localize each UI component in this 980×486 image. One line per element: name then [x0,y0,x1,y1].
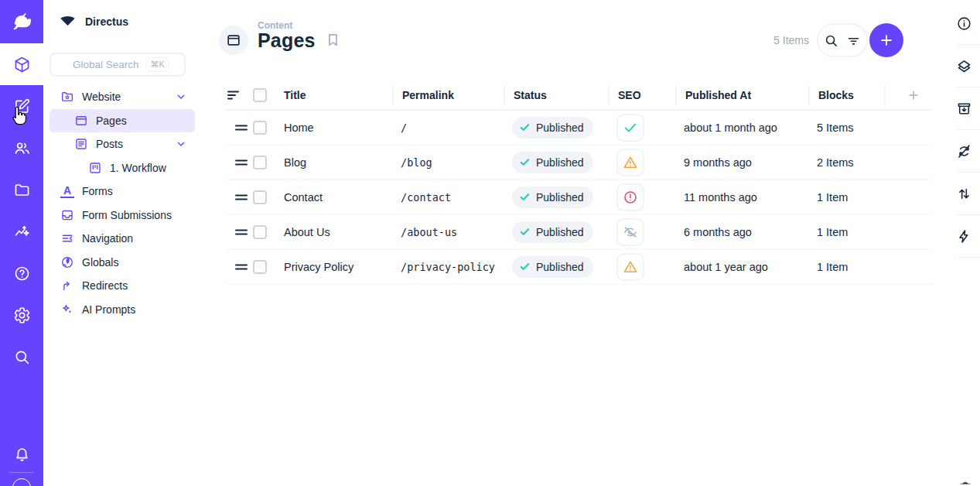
row-checkbox[interactable] [253,121,267,135]
cell-published-at: 11 months ago [675,191,808,204]
module-item-help[interactable] [0,252,43,294]
row-checkbox[interactable] [253,260,267,274]
sidebar-layers-button[interactable] [948,45,980,87]
seo-indicator [616,149,644,176]
directus-rabbit-icon [10,10,33,33]
keyboard-shortcut-badge: ⌘K [146,57,169,72]
bookmark-icon [325,32,341,48]
global-search-placeholder: Global Search [73,59,139,70]
seo-indicator [616,218,644,246]
seo-indicator [616,253,644,281]
sidebar-archive-button[interactable] [948,87,980,130]
check-icon [519,191,531,203]
select-all-checkbox[interactable] [253,88,267,102]
check-icon [519,122,531,133]
add-item-button[interactable] [869,23,903,57]
cell-published-at: 9 months ago [675,156,808,169]
table-row[interactable]: Blog /blog Published 9 months ago 2 Item… [227,145,932,180]
row-checkbox[interactable] [253,225,267,239]
cell-blocks: 1 Item [808,191,884,204]
main-content: Content Pages 5 Items [201,0,948,486]
avatar[interactable] [12,478,31,486]
sidebar-sync-disabled-button[interactable] [948,130,980,173]
sidebar-item-navigation[interactable]: Navigation [50,227,195,251]
module-bar [0,0,43,486]
info-icon [956,15,972,32]
sidebar-item-ai-prompts[interactable]: AI Prompts [50,298,195,322]
sidebar-item-pages[interactable]: Pages [50,109,195,133]
sidebar-info-button[interactable] [948,2,980,45]
page-title: Pages [258,29,316,52]
bolt-icon [956,228,972,245]
status-badge: Published [512,256,593,278]
select-all-cell [253,86,275,104]
module-bar-divider [9,472,34,473]
module-item-box[interactable] [0,43,43,85]
column-header-blocks[interactable]: Blocks [808,86,884,104]
cell-published-at: about 1 month ago [675,122,808,134]
column-header-status[interactable]: Status [504,86,608,104]
column-header-seo[interactable]: SEO [608,86,675,104]
sidebar-item-form-submissions[interactable]: Form Submissions [50,204,195,228]
project-header[interactable]: Directus [43,0,201,29]
seo-warning-icon [623,259,638,275]
sidebar-item-forms[interactable]: A Forms [50,180,195,204]
search-icon[interactable] [824,33,838,48]
sidebar-item-workflow[interactable]: 1. Workflow [50,156,195,180]
sidebar-swap-vertical-button[interactable] [948,173,980,215]
module-item-settings[interactable] [0,294,43,336]
global-search-input[interactable]: Global Search ⌘K [50,53,186,77]
sidebar-flows-button[interactable] [948,215,980,258]
table-row[interactable]: About Us /about-us Published 6 months ag… [227,215,932,250]
table-row[interactable]: Contact /contact Published 11 months ago… [227,180,932,215]
folder-star-icon [60,90,74,104]
bell-icon [13,446,31,464]
sidebar-item-label: Navigation [82,232,133,245]
right-sidebar [948,0,980,486]
drag-handle-icon[interactable] [227,158,253,167]
chevron-down-icon[interactable] [175,138,187,150]
check-icon [519,261,531,272]
folder-icon [13,181,31,199]
drag-handle-icon[interactable] [227,262,253,272]
manual-sort-toggle[interactable] [227,86,253,104]
sidebar-item-website[interactable]: Website [50,85,195,109]
table-row[interactable]: Privacy Policy /privacy-policy Published… [227,250,932,285]
module-item-files[interactable] [0,169,43,210]
chevron-down-icon[interactable] [175,91,187,103]
cell-permalink: /about-us [392,226,504,238]
cell-title: Contact [275,191,392,204]
drag-handle-icon[interactable] [227,193,253,202]
list-indent-arrow-icon [60,231,74,245]
table-row[interactable]: Home / Published about 1 month ago 5 Ite… [227,111,932,145]
module-item-search[interactable] [0,336,43,378]
add-column-button[interactable] [884,86,932,104]
filter-icon[interactable] [846,33,861,48]
cell-blocks: 5 Items [808,122,884,134]
sidebar-item-label: Form Submissions [82,209,172,221]
notifications-button[interactable] [0,436,43,472]
status-badge: Published [512,117,593,139]
seo-indicator [616,114,644,142]
bookmark-button[interactable] [325,32,341,51]
module-item-users[interactable] [0,127,43,169]
directus-logo-button[interactable] [0,0,43,43]
column-header-title[interactable]: Title [275,86,392,104]
row-checkbox[interactable] [253,156,267,169]
column-header-published-at[interactable]: Published At [675,86,808,104]
sidebar-item-posts[interactable]: Posts [50,132,195,156]
cell-blocks: 2 Items [808,156,884,169]
module-item-insights[interactable] [0,210,43,252]
sidebar-item-redirects[interactable]: Redirects [50,274,195,298]
plus-icon [879,33,894,48]
drag-handle-icon[interactable] [227,228,253,237]
sidebar-item-label: 1. Workflow [110,162,166,174]
module-item-content[interactable] [0,85,43,127]
row-checkbox[interactable] [253,190,267,204]
column-header-permalink[interactable]: Permalink [392,86,504,104]
archive-download-icon [956,101,972,117]
sidebar-item-globals[interactable]: Globals [50,251,195,275]
turn-up-arrow-icon [60,279,74,293]
seo-check-icon [623,120,638,135]
drag-handle-icon[interactable] [227,123,253,132]
